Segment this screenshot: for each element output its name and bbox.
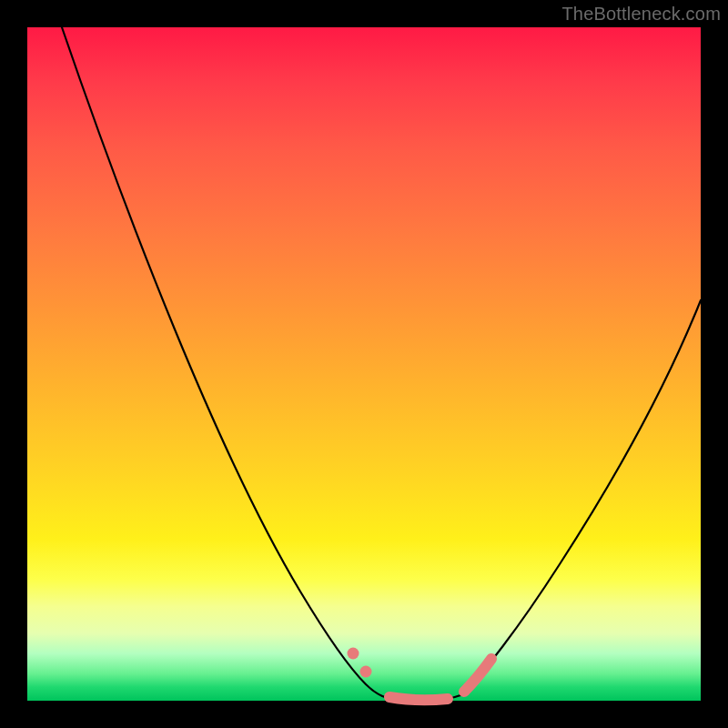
right-curve [460,300,701,695]
left-dot-2 [360,666,372,678]
chart-frame: TheBottleneck.com [0,0,728,728]
right-cap-marker [464,659,491,692]
watermark-text: TheBottleneck.com [561,4,721,25]
valley-floor-marker [389,697,448,700]
left-curve [62,27,388,698]
curves-svg [27,27,701,701]
plot-area [27,27,701,701]
left-dot-1 [348,648,359,660]
